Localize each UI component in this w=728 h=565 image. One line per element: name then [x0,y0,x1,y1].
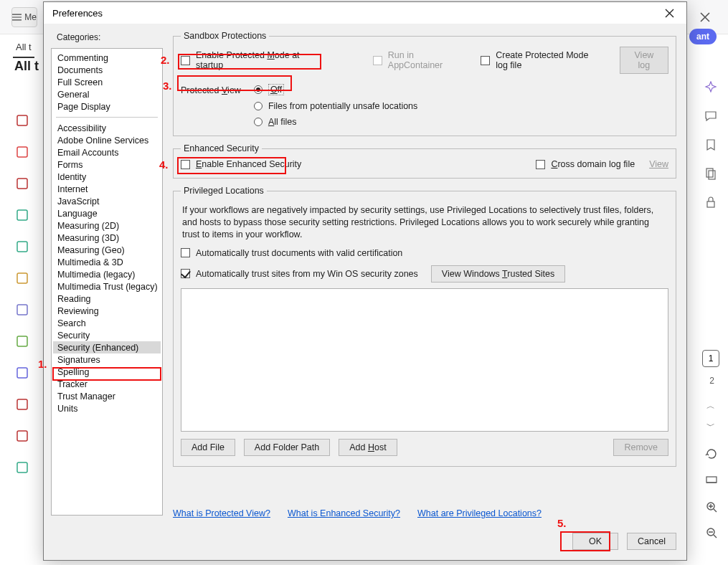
tool-icon[interactable] [11,267,34,290]
create-log-label: Create Protected Mode log file [496,50,591,70]
category-item[interactable]: Trust Manager [53,390,161,402]
tool-icon[interactable] [11,235,34,258]
protected-view-off-label: Off [268,84,284,95]
preferences-dialog: Preferences Categories: CommentingDocume… [43,1,687,561]
zoom-out-icon[interactable] [705,526,718,542]
protected-view-unsafe-radio[interactable]: Files from potentially unsafe locations [254,101,417,111]
category-item[interactable]: Units [53,402,161,414]
help-enhanced-security-link[interactable]: What is Enhanced Security? [288,508,400,518]
category-item[interactable]: Spelling [53,366,161,378]
categories-listbox[interactable]: CommentingDocumentsFull ScreenGeneralPag… [51,48,163,516]
category-item[interactable]: Commenting [53,52,161,64]
view-trusted-sites-button[interactable]: View Windows Trusted Sites [431,265,565,282]
category-item[interactable]: Signatures [53,353,161,366]
tool-icon[interactable] [11,424,34,447]
create-log-checkbox[interactable]: Create Protected Mode log file [481,50,591,70]
svg-rect-4 [17,242,27,252]
category-item[interactable]: Tracker [53,378,161,390]
refresh-icon[interactable] [705,447,718,463]
comment-icon[interactable] [702,108,719,125]
ok-button[interactable]: OK [572,533,618,550]
tool-icon[interactable] [11,393,34,416]
category-item[interactable]: Documents [53,64,161,76]
checkbox-icon [181,56,190,65]
app-close-button[interactable] [694,7,717,27]
category-item[interactable]: Full Screen [53,76,161,88]
svg-rect-3 [17,210,27,220]
category-item[interactable]: Multimedia (legacy) [53,268,161,280]
zoom-in-icon[interactable] [705,500,718,516]
checkbox-icon [181,248,190,257]
tab-all-tools[interactable]: All t [13,37,34,58]
page-title: All t [14,59,39,74]
enhanced-group: Enhanced Security Enable Enhanced Securi… [173,143,676,179]
cancel-button[interactable]: Cancel [627,533,676,550]
tool-icon[interactable] [11,330,34,353]
dialog-title: Preferences [52,8,103,19]
hamburger-menu-button[interactable]: Me [11,7,37,27]
category-item[interactable]: Reading [53,293,161,305]
category-item[interactable]: Security (Enhanced) [53,341,161,353]
add-folder-button[interactable]: Add Folder Path [244,439,330,456]
annotation-number-3: 3. [163,80,172,92]
page-indicator-current[interactable]: 1 [702,350,719,367]
category-item[interactable]: Reviewing [53,305,161,317]
protected-view-all-radio[interactable]: All files [254,117,417,127]
svg-rect-9 [17,399,27,409]
category-item[interactable]: Identity [53,171,161,183]
category-item[interactable]: Measuring (Geo) [53,244,161,256]
category-item[interactable]: Adobe Online Services [53,134,161,146]
auto-trust-cert-checkbox[interactable]: Automatically trust documents with valid… [181,248,668,258]
sparkle-icon[interactable] [702,79,719,96]
enable-enhanced-checkbox[interactable]: Enable Enhanced Security [181,159,301,169]
category-item[interactable]: Measuring (3D) [53,232,161,244]
category-item[interactable]: JavaScript [53,195,161,207]
tool-icon[interactable] [11,298,34,321]
category-item[interactable]: Multimedia Trust (legacy) [53,280,161,293]
enable-protected-mode-checkbox[interactable]: Enable Protected Mode at startup [181,50,301,70]
help-protected-view-link[interactable]: What is Protected View? [173,508,270,518]
auto-trust-sites-checkbox[interactable]: Automatically trust sites from my Win OS… [181,269,418,279]
sandbox-group: Sandbox Protections Enable Protected Mod… [173,31,676,136]
view-log-button: View log [620,47,668,74]
add-file-button[interactable]: Add File [181,439,235,456]
lock-icon[interactable] [702,194,719,211]
chevron-down-icon[interactable]: ﹀ [706,420,715,432]
privileged-group: Privileged Locations If your workflows a… [173,186,676,467]
category-item[interactable]: Measuring (2D) [53,219,161,232]
ai-assistant-pill[interactable]: ant [689,29,717,44]
enable-enhanced-label: Enable Enhanced Security [196,159,301,169]
svg-rect-6 [17,305,27,315]
cross-domain-log-checkbox[interactable]: Cross domain log file [536,159,635,169]
protected-view-off-radio[interactable]: Off [254,84,417,95]
view-link: View [649,159,668,169]
category-item[interactable]: Email Accounts [53,146,161,158]
radio-icon [254,102,263,110]
category-item[interactable]: Accessibility [53,122,161,134]
category-item[interactable]: Page Display [53,100,161,113]
category-item[interactable]: Search [53,317,161,329]
tool-icon[interactable] [11,361,34,384]
help-privileged-locations-link[interactable]: What are Privileged Locations? [417,508,542,518]
tool-icon[interactable] [11,456,34,479]
privileged-locations-listbox[interactable] [181,288,668,432]
category-item[interactable]: Security [53,329,161,341]
add-host-button[interactable]: Add Host [339,439,397,456]
page-indicator-next[interactable]: 2 [709,376,714,386]
fit-width-icon[interactable] [705,473,718,489]
dialog-close-button[interactable] [661,4,678,22]
tool-icon[interactable] [11,109,34,132]
dialog-body: Categories: CommentingDocumentsFull Scre… [44,24,686,560]
svg-rect-8 [17,368,27,378]
category-item[interactable]: Language [53,207,161,219]
category-item[interactable]: Internet [53,183,161,195]
category-item[interactable]: Multimedia & 3D [53,256,161,268]
tool-icon[interactable] [11,172,34,195]
tool-icon[interactable] [11,141,34,163]
pages-icon[interactable] [702,165,719,182]
chevron-up-icon[interactable]: ︿ [706,400,715,412]
category-item[interactable]: Forms [53,158,161,171]
tool-icon[interactable] [11,204,34,227]
bookmark-icon[interactable] [702,136,719,153]
category-item[interactable]: General [53,88,161,100]
